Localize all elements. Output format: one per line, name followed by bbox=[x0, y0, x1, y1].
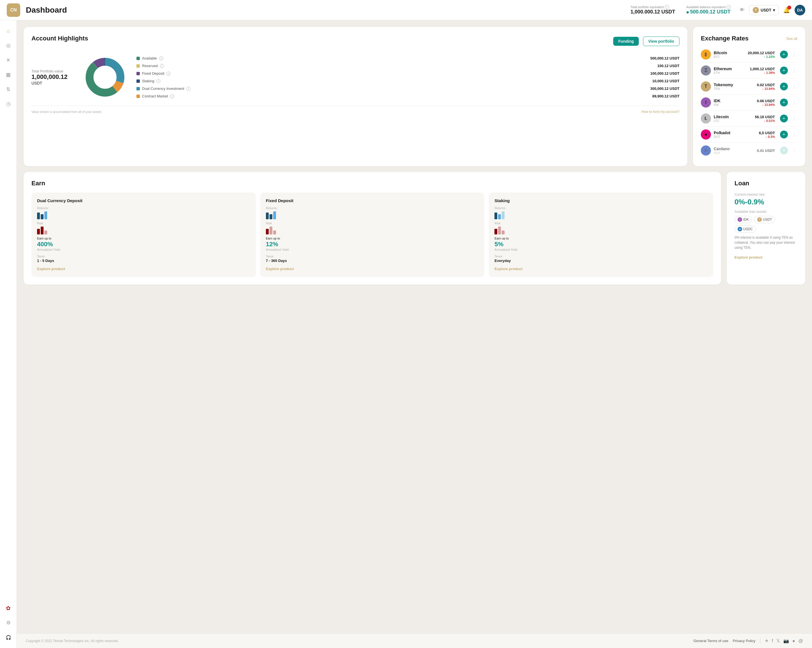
email-icon[interactable]: @ bbox=[798, 639, 803, 643]
sidebar-item-home[interactable]: ⌂ bbox=[2, 25, 15, 37]
dot-add-button[interactable]: + bbox=[780, 131, 788, 139]
earn-bar bbox=[498, 214, 501, 219]
avatar[interactable]: DA bbox=[795, 5, 805, 15]
btc-name: Bitcoin BTC bbox=[714, 50, 745, 58]
portfolio-info-label: Total Portfolio value bbox=[31, 69, 73, 73]
discord-icon[interactable]: ● bbox=[792, 639, 795, 643]
ltc-more-button[interactable]: ⋮ bbox=[791, 116, 797, 121]
ltc-add-button[interactable]: + bbox=[780, 114, 788, 122]
twitter-icon[interactable]: 𝕏 bbox=[776, 638, 780, 643]
earn-dual-returns-label: Returns: bbox=[37, 206, 250, 210]
btc-more-button[interactable]: ⋮ bbox=[791, 52, 797, 57]
sidebar-item-support[interactable]: 🎧 bbox=[2, 631, 15, 643]
sidebar-item-transfer[interactable]: ⇅ bbox=[2, 83, 15, 96]
view-portfolio-button[interactable]: View portfolio bbox=[643, 37, 679, 46]
legend-info-contract[interactable]: i bbox=[170, 95, 174, 98]
usdc-chip-icon: U bbox=[737, 227, 742, 231]
earn-fixed-yield-label: Annualized Yield bbox=[266, 248, 479, 251]
dot-more-button[interactable]: ⋮ bbox=[791, 132, 797, 137]
main-content: Account Highlights Funding View portfoli… bbox=[17, 20, 812, 633]
footer-link-privacy[interactable]: Privacy Policy bbox=[733, 639, 756, 643]
telegram-icon[interactable]: ✈ bbox=[765, 638, 768, 643]
earn-fixed-explore-link[interactable]: Explore product bbox=[266, 267, 294, 271]
loan-card: Loan Current interest rate: 0%-0.9% Avai… bbox=[727, 172, 805, 285]
idk-name: IDK IDK bbox=[714, 99, 754, 107]
legend-dot-available bbox=[136, 57, 140, 60]
loan-explore-link[interactable]: Explore product bbox=[734, 255, 763, 259]
eth-price: 1,000.12 USDT ↓ 1.39% bbox=[749, 67, 775, 75]
btc-add-button[interactable]: + bbox=[780, 50, 788, 58]
sidebar-item-settings[interactable]: ⚙ bbox=[2, 616, 15, 629]
earn-dual-explore-link[interactable]: Explore product bbox=[37, 267, 65, 271]
svg-point-7 bbox=[93, 66, 116, 89]
legend-dot-reserved bbox=[136, 64, 140, 68]
legend-info-reserved[interactable]: i bbox=[160, 64, 164, 68]
ten-more-button[interactable]: ⋮ bbox=[791, 84, 797, 89]
highlights-body: Total Portfolio value 1,000,000.12 USDT bbox=[31, 55, 679, 100]
instagram-icon[interactable]: 📷 bbox=[783, 638, 789, 643]
legend-info-available[interactable]: i bbox=[159, 56, 163, 60]
donut-chart bbox=[82, 55, 127, 100]
earn-fixed-deposit: Fixed Deposit Returns: Risk Earn up to bbox=[260, 193, 485, 277]
idk-add-button[interactable]: + bbox=[780, 99, 788, 107]
earn-staking-risk-bars bbox=[495, 226, 708, 235]
dot-name: Polkadot DOT bbox=[714, 131, 756, 139]
total-portfolio-label: Total portfolio equivalent i bbox=[630, 5, 675, 9]
total-portfolio-info-icon[interactable]: i bbox=[665, 5, 669, 9]
eth-icon: Ξ bbox=[701, 66, 711, 76]
eth-more-button[interactable]: ⋮ bbox=[791, 68, 797, 73]
eth-add-button[interactable]: + bbox=[780, 67, 788, 75]
earn-staking-explore-link[interactable]: Explore product bbox=[495, 267, 522, 271]
bottom-row: Earn Dual Currency Deposit Returns: Risk bbox=[24, 172, 805, 285]
earn-fixed-risk-bars bbox=[266, 226, 479, 235]
legend-dual-currency: Dual Currency Investment i 300,000.12 US… bbox=[136, 85, 679, 92]
legend-dot-contract bbox=[136, 95, 140, 98]
legend-info-staking[interactable]: i bbox=[156, 79, 160, 83]
footer-links: General Terms of use Privacy Policy ✈ f … bbox=[693, 638, 803, 643]
currency-label: USDT bbox=[761, 8, 771, 12]
exchange-row-dot: ● Polkadot DOT 6,5 USDT ↓ 0.3% + ⋮ bbox=[701, 127, 797, 143]
currency-selector[interactable]: T USDT ▾ bbox=[749, 5, 778, 15]
footer-copyright: Copyright © 2022 Tennet Technologies Inc… bbox=[26, 639, 119, 643]
funding-button[interactable]: Funding bbox=[613, 37, 639, 46]
idk-more-button[interactable]: ⋮ bbox=[791, 100, 797, 105]
earn-products: Dual Currency Deposit Returns: Risk Earn… bbox=[31, 193, 713, 277]
earn-bar bbox=[270, 214, 272, 219]
earn-bar bbox=[502, 211, 505, 219]
legend-info-dual[interactable]: i bbox=[186, 87, 190, 91]
sidebar-item-globe[interactable]: ✿ bbox=[2, 602, 15, 614]
available-balance-info-icon[interactable]: i bbox=[727, 5, 731, 9]
earn-bar bbox=[41, 214, 44, 219]
exchange-row-ltc: Ł Litecoin LTC 56.18 USDT ↓ 0.51% + ⋮ bbox=[701, 111, 797, 127]
earn-staking-tenor-label: Tenor bbox=[495, 255, 708, 258]
notifications-button[interactable]: 🔔 bbox=[783, 7, 790, 14]
sidebar-item-wallet[interactable]: ◎ bbox=[2, 39, 15, 52]
logo: CN bbox=[7, 3, 20, 17]
ada-add-button[interactable]: + bbox=[780, 146, 788, 154]
sidebar-item-documents[interactable]: ▦ bbox=[2, 69, 15, 81]
earn-bar bbox=[44, 211, 47, 219]
exchange-row-ten: T Tokenomy TEN 0.02 USDT ↓ 13.84% + ⋮ bbox=[701, 79, 797, 95]
sidebar-item-tools[interactable]: ✕ bbox=[2, 54, 15, 66]
ltc-price: 56.18 USDT ↓ 0.51% bbox=[755, 115, 775, 122]
visibility-toggle[interactable]: 👁 bbox=[740, 7, 745, 13]
legend-dot-dual bbox=[136, 87, 140, 90]
see-all-button[interactable]: See all bbox=[786, 37, 797, 41]
ten-add-button[interactable]: + bbox=[780, 82, 788, 90]
exchange-header: Exchange Rates See all bbox=[701, 35, 797, 42]
footer-link-terms[interactable]: General Terms of use bbox=[693, 639, 728, 643]
earn-bar-risk bbox=[495, 229, 497, 235]
earn-bar bbox=[37, 212, 40, 219]
legend-dot-staking bbox=[136, 79, 140, 83]
page-title: Dashboard bbox=[26, 6, 630, 15]
legend-info-fixed[interactable]: i bbox=[166, 72, 171, 76]
exchange-list: ₿ Bitcoin BTC 20,000.12 USDT ↑ 1.22% + ⋮… bbox=[701, 47, 797, 159]
fund-account-link[interactable]: How to fund my account? bbox=[641, 110, 679, 114]
earn-dual-percentage: 400% bbox=[37, 241, 250, 248]
ada-more-button[interactable]: ⋮ bbox=[791, 148, 797, 153]
ltc-name: Litecoin LTC bbox=[714, 114, 752, 122]
legend-available: Available i 500,000.12 USDT bbox=[136, 55, 679, 62]
sidebar-item-history[interactable]: ◷ bbox=[2, 98, 15, 110]
ten-icon: T bbox=[701, 81, 711, 91]
facebook-icon[interactable]: f bbox=[772, 639, 773, 643]
